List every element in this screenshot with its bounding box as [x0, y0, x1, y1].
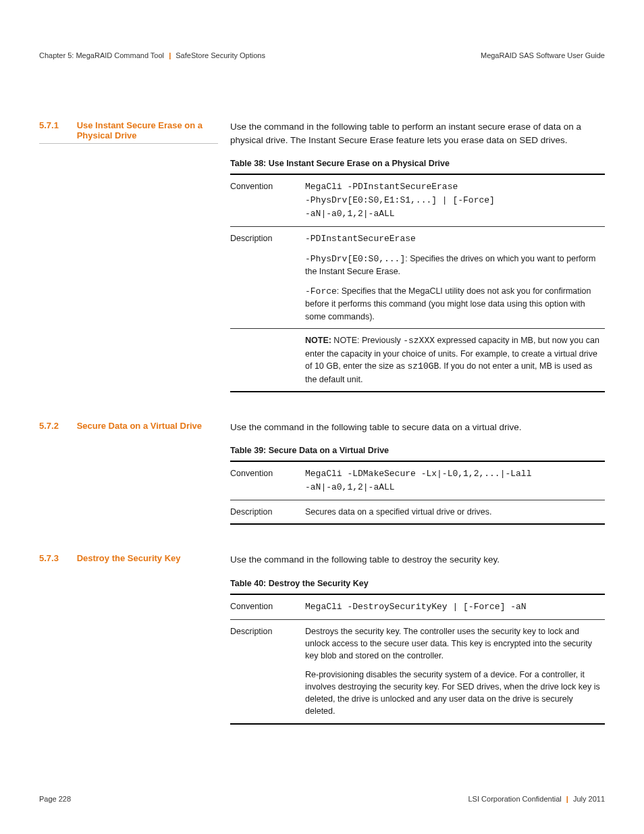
section-572: 5.7.2 Secure Data on a Virtual Drive Use…: [39, 421, 605, 525]
footer-page: Page 228: [39, 795, 71, 803]
section-title: Destroy the Security Key: [77, 553, 215, 563]
command: MegaCli -DestroySecurityKey | [-Force] -…: [305, 602, 527, 612]
table-38: Convention MegaCli -PDInstantSecureErase…: [230, 174, 605, 392]
desc-cmd: -PDInstantSecureErase: [305, 234, 416, 244]
row-label: Description: [230, 500, 305, 525]
table-row: Description Destroys the security key. T…: [230, 619, 605, 723]
text: NOTE: Previously: [333, 336, 403, 345]
section-571: 5.7.1 Use Instant Secure Erase on a Phys…: [39, 120, 605, 392]
section-title: Secure Data on a Virtual Drive: [77, 421, 215, 431]
code: -szXXX: [403, 336, 435, 346]
section-number: 5.7.2: [39, 421, 74, 431]
table-row: Description -PDInstantSecureErase -PhysD…: [230, 226, 605, 328]
row-value: Secures data on a specified virtual driv…: [305, 500, 605, 525]
separator: |: [169, 51, 171, 59]
desc-text: -PhysDrv[E0:S0,...]: Specifies the drive…: [305, 253, 601, 278]
code: sz10GB: [407, 361, 439, 371]
intro-text: Use the command in the following table t…: [230, 120, 605, 147]
section-title: Use Instant Secure Erase on a Physical D…: [77, 120, 215, 140]
desc-text: -Force: Specifies that the MegaCLI utili…: [305, 285, 601, 323]
header-section: SafeStore Security Options: [176, 51, 265, 59]
table-row: Convention MegaCli -LDMakeSecure -Lx|-L0…: [230, 461, 605, 500]
note-label: NOTE:: [305, 336, 333, 345]
footer-confidential: LSI Corporation Confidential: [468, 795, 562, 803]
table-caption: Table 40: Destroy the Security Key: [230, 577, 605, 590]
row-value: -PDInstantSecureErase -PhysDrv[E0:S0,...…: [305, 226, 605, 328]
section-body: Use the command in the following table t…: [230, 120, 605, 392]
page-header: Chapter 5: MegaRAID Command Tool | SafeS…: [39, 51, 605, 59]
command: MegaCli -PDInstantSecureErase -PhysDrv[E…: [305, 182, 500, 219]
table-row: Description Secures data on a specified …: [230, 500, 605, 525]
section-body: Use the command in the following table t…: [230, 421, 605, 525]
section-573: 5.7.3 Destroy the Security Key Use the c…: [39, 553, 605, 724]
table-row: NOTE: NOTE: Previously -szXXX expressed …: [230, 328, 605, 391]
intro-text: Use the command in the following table t…: [230, 421, 605, 434]
page-footer: Page 228 LSI Corporation Confidential | …: [39, 795, 605, 803]
section-body: Use the command in the following table t…: [230, 553, 605, 724]
row-label: Description: [230, 226, 305, 328]
table-40: Convention MegaCli -DestroySecurityKey |…: [230, 594, 605, 725]
section-number: 5.7.3: [39, 553, 74, 563]
row-value: NOTE: NOTE: Previously -szXXX expressed …: [305, 328, 605, 391]
footer-right: LSI Corporation Confidential | July 2011: [468, 795, 606, 803]
separator: |: [566, 795, 568, 803]
header-right: MegaRAID SAS Software User Guide: [481, 51, 605, 59]
code: -Force: [305, 286, 337, 296]
table-caption: Table 39: Secure Data on a Virtual Drive: [230, 444, 605, 457]
table-39: Convention MegaCli -LDMakeSecure -Lx|-L0…: [230, 461, 605, 525]
section-number: 5.7.1: [39, 120, 74, 130]
command: MegaCli -LDMakeSecure -Lx|-L0,1,2,...|-L…: [305, 469, 537, 492]
row-label: [230, 328, 305, 391]
section-heading: 5.7.2 Secure Data on a Virtual Drive: [39, 421, 218, 525]
row-value: Destroys the security key. The controlle…: [305, 619, 605, 723]
row-value: MegaCli -PDInstantSecureErase -PhysDrv[E…: [305, 174, 605, 226]
row-label: Convention: [230, 461, 305, 500]
desc-text: Destroys the security key. The controlle…: [305, 625, 601, 662]
row-value: MegaCli -DestroySecurityKey | [-Force] -…: [305, 594, 605, 619]
section-heading: 5.7.1 Use Instant Secure Erase on a Phys…: [39, 120, 218, 392]
table-row: Convention MegaCli -DestroySecurityKey |…: [230, 594, 605, 619]
underline: [39, 143, 218, 144]
page: Chapter 5: MegaRAID Command Tool | SafeS…: [0, 0, 644, 834]
code: -PhysDrv[E0:S0,...]: [305, 254, 405, 264]
intro-text: Use the command in the following table t…: [230, 553, 605, 567]
header-chapter: Chapter 5: MegaRAID Command Tool: [39, 51, 164, 59]
row-label: Description: [230, 619, 305, 723]
footer-date: July 2011: [573, 795, 605, 803]
row-value: MegaCli -LDMakeSecure -Lx|-L0,1,2,...|-L…: [305, 461, 605, 500]
table-row: Convention MegaCli -PDInstantSecureErase…: [230, 174, 605, 226]
table-caption: Table 38: Use Instant Secure Erase on a …: [230, 157, 605, 170]
note-text: NOTE: NOTE: Previously -szXXX expressed …: [305, 334, 601, 386]
section-heading: 5.7.3 Destroy the Security Key: [39, 553, 218, 724]
text: : Specifies that the MegaCLI utility doe…: [305, 286, 591, 321]
desc-text: Re-provisioning disables the security sy…: [305, 669, 601, 718]
header-left: Chapter 5: MegaRAID Command Tool | SafeS…: [39, 51, 265, 59]
row-label: Convention: [230, 594, 305, 619]
row-label: Convention: [230, 174, 305, 226]
